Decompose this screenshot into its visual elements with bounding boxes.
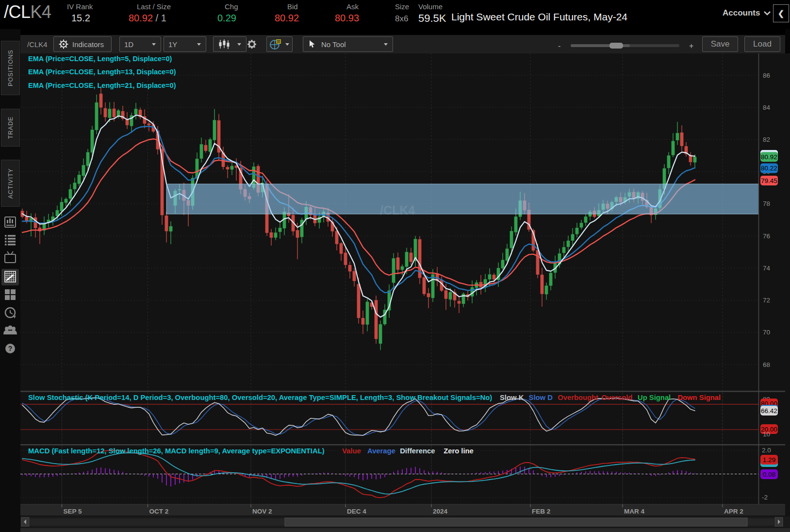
svg-text:2024: 2024 xyxy=(433,508,448,515)
svg-text:?: ? xyxy=(8,345,13,352)
svg-text:MAR 4: MAR 4 xyxy=(624,508,644,515)
svg-text:EMA (Price=CLOSE, Length=21, D: EMA (Price=CLOSE, Length=21, Displace=0) xyxy=(28,82,176,89)
svg-text:-2: -2 xyxy=(762,494,768,501)
svg-text:0.08: 0.08 xyxy=(763,471,775,478)
svg-text:2.0: 2.0 xyxy=(762,447,771,454)
svg-text:Slow Stochastic (K Period=14,: Slow Stochastic (K Period=14, D Period=3… xyxy=(28,394,721,401)
svg-text:68: 68 xyxy=(763,361,770,368)
svg-text:72: 72 xyxy=(763,297,770,304)
svg-text:EMA (Price=CLOSE, Length=13, D: EMA (Price=CLOSE, Length=13, Displace=0) xyxy=(28,68,176,76)
svg-text:1.29: 1.29 xyxy=(763,456,775,464)
svg-text:SEP 5: SEP 5 xyxy=(64,508,82,515)
svg-text:OCT 2: OCT 2 xyxy=(149,508,169,515)
svg-text:10: 10 xyxy=(763,431,770,438)
svg-text:FEB 2: FEB 2 xyxy=(532,508,550,515)
svg-text:MACD (Fast length=12, Slow len: MACD (Fast length=12, Slow length=26, MA… xyxy=(28,447,474,455)
svg-text:84: 84 xyxy=(763,104,771,111)
svg-text:76: 76 xyxy=(763,233,770,240)
svg-text:80.92: 80.92 xyxy=(761,153,777,161)
svg-text:NOV 2: NOV 2 xyxy=(252,508,272,515)
svg-text:86: 86 xyxy=(763,72,770,79)
svg-text:79.45: 79.45 xyxy=(761,177,777,184)
svg-text:78: 78 xyxy=(763,200,770,207)
svg-text:70: 70 xyxy=(763,329,770,336)
svg-text:66.42: 66.42 xyxy=(761,407,777,415)
svg-text:/CLK4: /CLK4 xyxy=(380,203,415,217)
svg-text:74: 74 xyxy=(763,265,771,272)
svg-text:EMA (Price=CLOSE, Length=5, Di: EMA (Price=CLOSE, Length=5, Displace=0) xyxy=(28,55,172,63)
svg-text:APR 2: APR 2 xyxy=(724,508,743,515)
svg-text:DEC 4: DEC 4 xyxy=(347,508,366,515)
svg-text:82: 82 xyxy=(763,136,770,143)
svg-text:80.22: 80.22 xyxy=(761,165,777,172)
